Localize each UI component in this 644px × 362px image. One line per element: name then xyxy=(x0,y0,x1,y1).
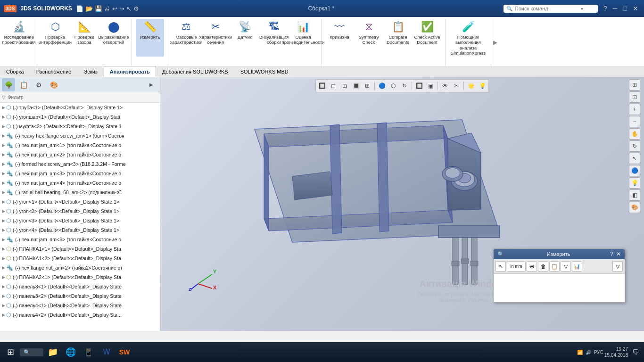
mp-tool-filter[interactable]: ▽ xyxy=(561,261,571,272)
vt-btn-4[interactable]: 🔳 xyxy=(351,81,361,91)
tree-item-10[interactable]: ▶ ⬡ (-) угол<1> (Default<<Default>_Displ… xyxy=(0,197,160,206)
settings-btn[interactable]: ⚙ xyxy=(133,5,139,12)
tree-item-6[interactable]: ▶ 🔩 (-) formed hex screw_am<3> (В18.2.3.… xyxy=(0,159,160,169)
viewport[interactable]: 🔲 ◻ ⊡ 🔳 ⊞ 🔵 ⬡ ↻ 🔲 ▣ 👁 ✂ 🌟 💡 ⊞ ⊡ + − ✋ xyxy=(160,77,644,331)
tree-item-8[interactable]: ▶ 🔩 (-) hex nut jam_am<4> (топ гайка<Сос… xyxy=(0,178,160,188)
tree-item-17[interactable]: ▶ 🔩 (-) hex flange nut_am<2> (гайка2<Сос… xyxy=(0,263,160,272)
rtool-rotate[interactable]: ↻ xyxy=(629,140,640,152)
tab-layout[interactable]: Расположение xyxy=(30,66,78,77)
tree-item-9[interactable]: ▶ 🔩 (-) radial ball bearing_68_am<2> (по… xyxy=(0,188,160,197)
new-btn[interactable]: 📄 xyxy=(76,5,83,12)
save-btn[interactable]: 💾 xyxy=(95,5,102,12)
measure-close-btn[interactable]: ✕ xyxy=(616,251,621,257)
systray-lang[interactable]: РУС xyxy=(594,350,603,355)
rtool-view[interactable]: ⊞ xyxy=(629,79,640,90)
ribbon-btn-research[interactable]: 🔬 Исследование проектирования xyxy=(5,19,33,57)
vt-btn-section[interactable]: ✂ xyxy=(451,81,462,91)
select-btn[interactable]: ↖ xyxy=(126,5,132,12)
measure-panel[interactable]: 🔍 Измерить ? ✕ ↖ in mm ⊕ 🗑 📋 ▽ 📊 ▽ xyxy=(493,248,625,303)
mp-tool-units[interactable]: in mm xyxy=(507,261,526,272)
tree-item-3[interactable]: ▶ 🔩 (-) heavy hex flange screw_am<1> (бо… xyxy=(0,131,160,140)
panel-tab-tree[interactable]: 🌳 xyxy=(2,78,15,91)
rtool-zoom-in[interactable]: + xyxy=(629,104,640,115)
rtool-display[interactable]: 🎨 xyxy=(629,202,640,213)
rtool-select[interactable]: ↖ xyxy=(629,153,640,164)
maximize-btn[interactable]: □ xyxy=(621,5,629,12)
tab-addons[interactable]: Добавления SOLIDWORKS xyxy=(156,66,234,77)
tab-mbd[interactable]: SOLIDWORKS MBD xyxy=(234,66,295,77)
taskbar-viber[interactable]: 📱 xyxy=(80,344,97,361)
panel-tab-config[interactable]: ⚙ xyxy=(32,78,45,91)
ribbon-btn-measure[interactable]: 📏 Измерить xyxy=(136,19,164,57)
rtool-3d[interactable]: 🔵 xyxy=(629,165,640,176)
notification-btn[interactable]: 🗨 xyxy=(629,344,642,361)
tree-item-2[interactable]: ▶ ⬡ (-) муфта<2> (Default<<Default>_Disp… xyxy=(0,122,160,131)
search-box[interactable]: 🔍 ▾ xyxy=(504,5,598,13)
tab-analyze[interactable]: Анализировать xyxy=(104,66,156,77)
vt-btn-1[interactable]: 🔲 xyxy=(317,81,327,91)
search-input[interactable] xyxy=(515,6,581,11)
rtool-section[interactable]: ◧ xyxy=(629,189,640,201)
clock[interactable]: 19:27 15.04.2018 xyxy=(604,346,628,358)
tree-item-21[interactable]: ▶ ⬡ (-) панель4<1> (Default<<Default>_Di… xyxy=(0,301,160,310)
tree-item-22[interactable]: ▶ ⬡ (-) панель4<2> (Default<<Default>_Di… xyxy=(0,310,160,320)
panel-expand-btn[interactable]: ▶ xyxy=(145,78,158,91)
tree-item-12[interactable]: ▶ ⬡ (-) угол<3> (Default<<Default>_Displ… xyxy=(0,216,160,225)
systray-network[interactable]: 📶 xyxy=(577,350,583,355)
taskbar-files[interactable]: 📁 xyxy=(44,344,61,361)
vt-btn-rotate[interactable]: ↻ xyxy=(399,81,410,91)
vt-btn-5[interactable]: ⊞ xyxy=(362,81,372,91)
tree-item-0[interactable]: ▶ ⬡ (-) труба<1> (Default<<Default>_Disp… xyxy=(0,103,160,112)
tree-item-1[interactable]: ▶ ⬡ (-) уголшар<1> (Default<<Default>_Di… xyxy=(0,112,160,122)
tab-sketch[interactable]: Эскиз xyxy=(77,66,103,77)
vt-btn-3[interactable]: ⊡ xyxy=(339,81,350,91)
taskbar-search[interactable]: 🔍 xyxy=(20,348,43,356)
vt-btn-shade[interactable]: 🔲 xyxy=(414,81,424,91)
taskbar-chrome[interactable]: 🌐 xyxy=(62,344,79,361)
redo-btn[interactable]: ↪ xyxy=(119,5,124,12)
open-btn[interactable]: 📂 xyxy=(85,5,93,12)
tab-assembly[interactable]: Сборка xyxy=(0,66,30,77)
tree-item-11[interactable]: ▶ ⬡ (-) угол<2> (Default<<Default>_Displ… xyxy=(0,206,160,216)
tree-item-14[interactable]: ▶ 🔩 (-) hex nut jam_am<6> (топ гайка<Сос… xyxy=(0,235,160,244)
ribbon-btn-clearance[interactable]: 📐 Проверка зазора xyxy=(70,19,99,57)
ribbon-btn-check-active[interactable]: ✅ Check Active Document xyxy=(413,19,441,57)
panel-tab-display[interactable]: 🎨 xyxy=(47,78,60,91)
measure-question-btn[interactable]: ? xyxy=(610,251,613,257)
vt-btn-wire[interactable]: ▣ xyxy=(425,81,436,91)
ribbon-btn-sim[interactable]: 🧪 Помощник выполнения анализа Simulation… xyxy=(449,19,487,58)
ribbon-btn-sensor[interactable]: 📡 Датчик xyxy=(231,19,259,57)
tree-item-20[interactable]: ▶ ⬡ (-) панель3<2> (Default<<Default>_Di… xyxy=(0,291,160,301)
taskbar-solidworks[interactable]: SW xyxy=(116,344,133,361)
ribbon-btn-curvature[interactable]: 〰 Кривизна xyxy=(325,19,354,57)
question-btn[interactable]: ? xyxy=(602,5,609,12)
rtool-pan[interactable]: ✋ xyxy=(629,128,640,140)
tree-item-7[interactable]: ▶ 🔩 (-) hex nut jam_am<3> (топ гайка<Сос… xyxy=(0,169,160,178)
ribbon-btn-interference[interactable]: ⬡ Проверка интерференции xyxy=(41,19,69,57)
mp-tool-clear[interactable]: 🗑 xyxy=(538,261,548,272)
undo-btn[interactable]: ↩ xyxy=(112,5,117,12)
vt-btn-7[interactable]: ⬡ xyxy=(388,81,398,91)
tree-item-15[interactable]: ▶ ⬡ (-) ПЛАНКА1<1> (Default<<Default>_Di… xyxy=(0,244,160,254)
tree-item-13[interactable]: ▶ ⬡ (-) угол<4> (Default<<Default>_Displ… xyxy=(0,225,160,235)
ribbon-btn-compare[interactable]: 📋 Compare Documents xyxy=(384,19,412,57)
vt-btn-6[interactable]: 🔵 xyxy=(377,81,387,91)
start-button[interactable]: ⊞ xyxy=(2,344,19,361)
vt-btn-2[interactable]: ◻ xyxy=(328,81,339,91)
tree-item-18[interactable]: ▶ ⬡ (-) ПЛАНКА2<1> (Default<<Default>_Di… xyxy=(0,272,160,282)
rtool-lights[interactable]: 💡 xyxy=(629,177,640,189)
mp-tool-pointer[interactable]: ↖ xyxy=(495,261,506,272)
ribbon-expand[interactable]: ▶ xyxy=(491,19,499,66)
tree-item-16[interactable]: ▶ ⬡ (-) ПЛАНКА1<2> (Default<<Default>_Di… xyxy=(0,254,160,263)
print-btn[interactable]: 🖨 xyxy=(104,5,110,12)
rtool-zoom-fit[interactable]: ⊡ xyxy=(629,91,640,103)
rtool-zoom-out[interactable]: − xyxy=(629,116,640,127)
ribbon-btn-mass[interactable]: ⚖ Массовые характеристики xyxy=(172,19,200,57)
ribbon-btn-holes[interactable]: ⬤ Выравнивание отверстий xyxy=(99,19,128,57)
vt-btn-hide[interactable]: 👁 xyxy=(440,81,450,91)
systray-volume[interactable]: 🔊 xyxy=(586,350,591,355)
vt-btn-scene[interactable]: 🌟 xyxy=(466,81,476,91)
taskbar-word[interactable]: W xyxy=(98,344,115,361)
panel-tab-props[interactable]: 📋 xyxy=(17,78,30,91)
mp-tool-3d[interactable]: ⊕ xyxy=(527,261,537,272)
